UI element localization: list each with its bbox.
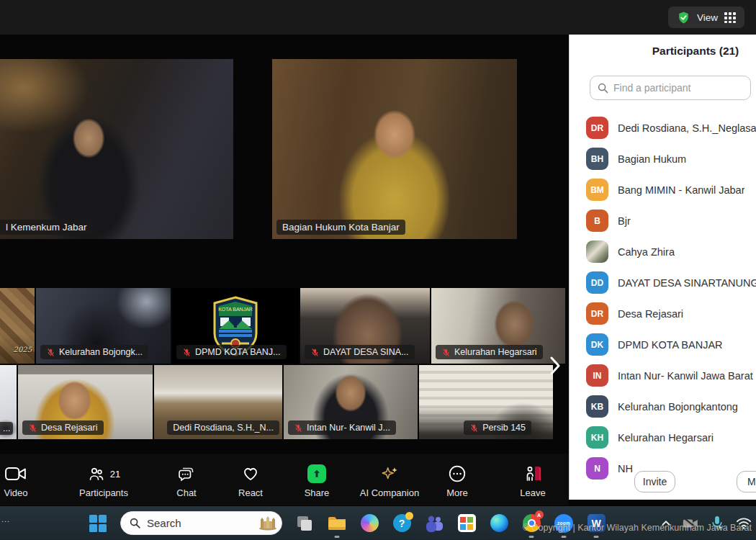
mute-all-button-partial[interactable]: M (737, 471, 756, 492)
muted-mic-icon (182, 348, 192, 357)
view-button-label: View (697, 12, 718, 23)
more-button[interactable]: More (418, 459, 497, 501)
participant-search[interactable] (590, 76, 751, 100)
teams-button[interactable] (424, 513, 444, 534)
participants-icon (87, 465, 106, 482)
next-gallery-page-button[interactable] (544, 350, 566, 382)
participant-row[interactable]: KH Kelurahan Hegarsari (570, 422, 756, 453)
chat-button-label: Chat (176, 487, 196, 498)
meeting-toolbar: Video 21 Participants Chat React Share (0, 454, 569, 505)
avatar-photo (586, 240, 608, 263)
avatar: B (586, 210, 608, 232)
tile-name-label: Dedi Rosdiana, S.H._N... (167, 420, 279, 435)
quick-assist-button[interactable]: ? (392, 513, 412, 534)
heart-icon (241, 465, 260, 482)
muted-mic-icon (310, 348, 320, 357)
search-icon (130, 518, 140, 528)
participant-list: DR Dedi Rosdiana, S.H._Neglasari BH Bagi… (570, 112, 756, 484)
avatar: IN (586, 364, 608, 387)
batik-year-text: 2025 (14, 346, 32, 354)
start-button[interactable] (88, 513, 108, 534)
muted-mic-icon (441, 348, 451, 357)
participant-row[interactable]: KB Kelurahan Bojongkantong (570, 391, 756, 422)
leave-button-label: Leave (520, 487, 545, 498)
gallery-view-grid-icon (724, 12, 736, 23)
edge-button[interactable] (489, 513, 509, 534)
security-shield-icon (677, 11, 690, 24)
participant-search-input[interactable] (613, 82, 743, 94)
ai-sparkle-icon (379, 464, 400, 483)
tile-name-label: Desa Rejasari (22, 420, 104, 435)
more-button-label: More (446, 487, 468, 498)
participants-panel-title: Participants (21) (570, 45, 756, 58)
bing-daily-image-castle (258, 516, 277, 531)
participant-row[interactable]: BH Bagian Hukum (570, 143, 756, 174)
participant-name: DPMD KOTA BANJAR (618, 339, 723, 351)
video-tile-dpmd-kota-banjar[interactable]: KOTA BANJAR DPMD KOTA BANJ... (172, 288, 299, 364)
chat-bubble-icon (177, 465, 196, 482)
video-camera-icon (5, 466, 27, 482)
tile-name-label: DPMD KOTA BANJ... (176, 345, 287, 359)
participant-name: Bjr (618, 215, 631, 227)
participant-name: Dedi Rosdiana, S.H._Neglasari (618, 122, 756, 134)
participants-panel: Participants (21) DR Dedi Rosdiana, S.H.… (569, 35, 756, 500)
muted-mic-icon (294, 423, 303, 433)
video-tile-dedi-rosdiana[interactable]: Dedi Rosdiana, S.H._N... (154, 365, 282, 439)
tile-name-label: Intan Nur- Kanwil J... (288, 420, 396, 435)
tile-name-label: Persib 145 (464, 420, 531, 435)
video-tile-partial-batik[interactable]: 2025 (0, 288, 35, 364)
avatar: DR (586, 117, 608, 139)
participant-name: Bang MIMIN - Kanwil Jabar (618, 184, 744, 196)
video-tile-dayat-desa[interactable]: DAYAT DESA SINA... (300, 288, 430, 364)
avatar: DR (586, 302, 608, 325)
invite-button[interactable]: Invite (634, 471, 675, 492)
muted-mic-icon (469, 423, 479, 433)
copilot-button[interactable] (359, 513, 379, 534)
participants-button[interactable]: 21 Participants (64, 459, 143, 501)
video-tile-bagian-hukum[interactable]: Bagian Hukum Kota Banjar (272, 59, 517, 239)
share-screen-icon (307, 464, 326, 483)
video-tile-partial-left[interactable]: ... (0, 365, 17, 439)
tile-name-label: DAYAT DESA SINA... (305, 345, 415, 359)
avatar: BH (586, 148, 608, 170)
participant-row[interactable]: BM Bang MIMIN - Kanwil Jabar (570, 174, 756, 205)
avatar: BM (586, 179, 608, 201)
leave-button[interactable]: Leave (493, 459, 572, 501)
participant-row[interactable]: B Bjr (570, 205, 756, 236)
video-gallery: l Kemenkum Jabar Bagian Hukum Kota Banja… (0, 35, 569, 454)
video-tile-kelurahan-bojongkantong[interactable]: Kelurahan Bojongk... (36, 288, 171, 364)
chrome-profile-badge: A (535, 510, 544, 519)
video-tile-desa-rejasari[interactable]: Desa Rejasari (18, 365, 153, 439)
participant-name: Desa Rejasari (618, 308, 683, 320)
avatar: KB (586, 395, 608, 418)
participant-row[interactable]: DR Desa Rejasari (570, 298, 756, 329)
participant-row[interactable]: IN Intan Nur- Kanwil Jawa Barat (570, 360, 756, 391)
microsoft-store-button[interactable] (456, 513, 477, 534)
participants-count: 21 (110, 469, 120, 480)
windows-logo-icon (89, 515, 107, 532)
taskbar-search[interactable]: Search (120, 511, 282, 535)
participant-row[interactable]: DD DAYAT DESA SINARTANUNG (570, 267, 756, 298)
react-button-label: React (238, 487, 263, 498)
video-button[interactable]: Video (0, 459, 55, 501)
taskbar-search-label: Search (147, 517, 252, 529)
video-tile-intan-nur[interactable]: Intan Nur- Kanwil J... (284, 365, 418, 439)
participant-name: Kelurahan Bojongkantong (618, 401, 738, 413)
participant-row[interactable]: Cahya Zhira (570, 236, 756, 267)
tile-name-label: Kelurahan Bojongk... (40, 345, 148, 359)
meeting-topbar: View (0, 0, 756, 35)
share-button[interactable]: Share (277, 459, 356, 501)
share-button-label: Share (305, 487, 330, 498)
copyright-watermark: © Copyright | Kantor Wilayah Kemenkumham… (523, 523, 752, 533)
folder-icon (328, 516, 346, 531)
video-tile-kanwil-kemenkum[interactable]: l Kemenkum Jabar (0, 59, 233, 239)
video-tile-persib[interactable]: Persib 145 (419, 365, 553, 439)
file-explorer-button[interactable] (327, 513, 347, 534)
avatar: DD (586, 271, 608, 294)
search-icon (598, 83, 608, 94)
participant-row[interactable]: DR Dedi Rosdiana, S.H._Neglasari (570, 112, 756, 143)
participants-panel-footer: Invite M (570, 471, 756, 492)
view-button[interactable]: View (668, 6, 744, 28)
task-view-button[interactable] (294, 513, 315, 534)
participant-row[interactable]: DK DPMD KOTA BANJAR (570, 329, 756, 360)
